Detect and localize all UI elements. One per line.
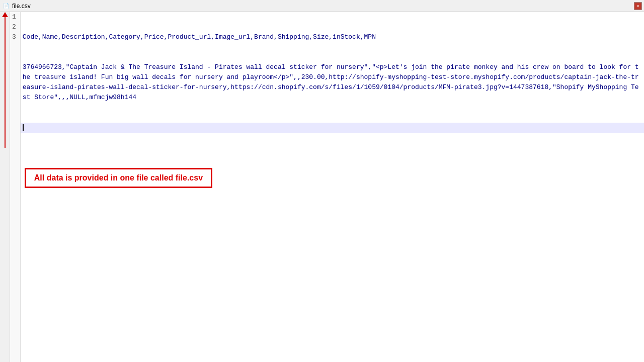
line-num-1: 1 [12,12,18,22]
vertical-arrow [2,12,8,148]
code-content: Code,Name,Description,Category,Price,Pro… [21,12,644,153]
arrow-line [5,17,6,148]
content-area[interactable]: Code,Name,Description,Category,Price,Pro… [21,12,644,362]
title-bar-filename: file.csv [12,3,634,10]
line-num-3: 3 [12,32,18,42]
annotation-box: All data is provided in one file called … [25,168,212,188]
left-arrow-bar [0,12,10,362]
text-cursor [23,124,24,131]
title-bar: 📄 file.csv ✕ [0,0,644,12]
file-icon: 📄 [2,2,10,10]
line-3-text [21,123,644,133]
code-line-1: Code,Name,Description,Category,Price,Pro… [21,32,644,42]
line-numbers-panel: 1 2 3 [10,12,21,362]
line-1-text: Code,Name,Description,Category,Price,Pro… [21,32,644,42]
code-line-2: 3764966723,"Captain Jack & The Treasure … [21,62,644,103]
close-button[interactable]: ✕ [634,2,642,10]
line-num-2: 2 [12,22,18,32]
close-icon: ✕ [636,3,639,9]
code-line-3[interactable] [21,123,644,133]
line-2-text: 3764966723,"Captain Jack & The Treasure … [21,62,644,103]
arrow-head-icon [2,12,8,17]
annotation-text: All data is provided in one file called … [34,173,203,182]
